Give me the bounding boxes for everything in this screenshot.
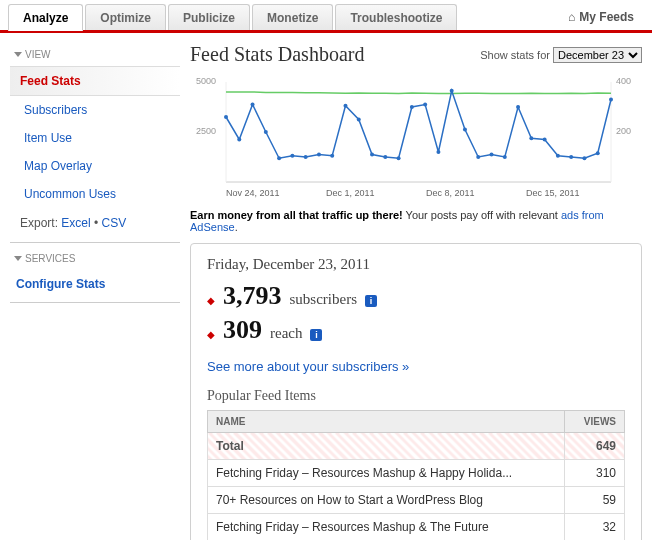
svg-point-24	[503, 155, 507, 159]
date-select[interactable]: December 23	[553, 47, 642, 63]
svg-point-14	[370, 153, 374, 157]
subscribers-count: 3,793	[223, 281, 282, 311]
svg-point-10	[317, 153, 321, 157]
see-more-link[interactable]: See more about your subscribers »	[207, 359, 409, 374]
svg-point-31	[596, 151, 600, 155]
svg-point-32	[609, 98, 613, 102]
svg-point-20	[450, 89, 454, 93]
svg-text:Dec 15, 2011: Dec 15, 2011	[526, 188, 580, 198]
svg-point-25	[516, 105, 520, 109]
svg-point-18	[423, 103, 427, 107]
y-left-5000: 5000	[196, 76, 216, 86]
tab-optimize[interactable]: Optimize	[85, 4, 166, 30]
table-row[interactable]: 70+ Resources on How to Start a WordPres…	[208, 487, 625, 514]
svg-point-13	[357, 118, 361, 122]
section-services[interactable]: SERVICES	[10, 247, 180, 270]
svg-text:Dec 1, 2011: Dec 1, 2011	[326, 188, 375, 198]
reach-label: reach	[270, 325, 302, 342]
svg-point-16	[397, 156, 401, 160]
nav-configure-stats[interactable]: Configure Stats	[10, 270, 180, 298]
svg-point-22	[476, 155, 480, 159]
popular-items-table: NAME VIEWS Total649 Fetching Friday – Re…	[207, 410, 625, 540]
svg-point-27	[543, 138, 547, 142]
earn-promo: Earn money from all that traffic up ther…	[190, 205, 642, 243]
svg-point-19	[436, 150, 440, 154]
tab-troubleshootize[interactable]: Troubleshootize	[335, 4, 457, 30]
tab-analyze[interactable]: Analyze	[8, 4, 83, 31]
svg-point-29	[569, 155, 573, 159]
th-name[interactable]: NAME	[208, 411, 565, 433]
svg-point-28	[556, 154, 560, 158]
reach-count: 309	[223, 315, 262, 345]
stats-panel: Friday, December 23, 2011 ◆ 3,793 subscr…	[190, 243, 642, 540]
svg-point-3	[224, 115, 228, 119]
info-icon[interactable]: i	[365, 295, 377, 307]
subscribers-label: subscribers	[290, 291, 358, 308]
svg-point-17	[410, 105, 414, 109]
svg-text:Nov 24, 2011: Nov 24, 2011	[226, 188, 280, 198]
svg-point-12	[343, 104, 347, 108]
section-view[interactable]: VIEW	[10, 43, 180, 66]
stats-chart: 5000 2500 400 200 Nov 24, 2011 Dec 1, 20…	[190, 72, 642, 202]
svg-point-8	[290, 154, 294, 158]
nav-subscribers[interactable]: Subscribers	[10, 96, 180, 124]
export-csv[interactable]: CSV	[102, 216, 127, 230]
nav-item-use[interactable]: Item Use	[10, 124, 180, 152]
svg-point-21	[463, 128, 467, 132]
export-row: Export: Excel • CSV	[10, 208, 180, 238]
y-right-200: 200	[616, 126, 631, 136]
th-views[interactable]: VIEWS	[565, 411, 625, 433]
table-row[interactable]: Fetching Friday – Resources Mashup & The…	[208, 514, 625, 541]
tab-publicize[interactable]: Publicize	[168, 4, 250, 30]
svg-point-11	[330, 154, 334, 158]
panel-date: Friday, December 23, 2011	[207, 256, 625, 273]
svg-point-9	[304, 155, 308, 159]
svg-point-26	[529, 136, 533, 140]
y-right-400: 400	[616, 76, 631, 86]
svg-point-7	[277, 156, 281, 160]
sidebar: VIEW Feed Stats Subscribers Item Use Map…	[10, 43, 190, 540]
svg-point-15	[383, 155, 387, 159]
svg-point-5	[251, 103, 255, 107]
tab-monetize[interactable]: Monetize	[252, 4, 333, 30]
home-icon: ⌂	[568, 10, 575, 24]
export-excel[interactable]: Excel	[61, 216, 90, 230]
page-title: Feed Stats Dashboard	[190, 43, 364, 66]
nav-uncommon-uses[interactable]: Uncommon Uses	[10, 180, 180, 208]
nav-map-overlay[interactable]: Map Overlay	[10, 152, 180, 180]
svg-point-30	[582, 156, 586, 160]
show-stats-control: Show stats for December 23	[480, 47, 642, 63]
y-left-2500: 2500	[196, 126, 216, 136]
table-row[interactable]: Fetching Friday – Resources Mashup & Hap…	[208, 460, 625, 487]
popular-heading: Popular Feed Items	[207, 388, 625, 404]
table-row-total: Total649	[208, 433, 625, 460]
svg-point-4	[237, 138, 241, 142]
my-feeds-link[interactable]: ⌂ My Feeds	[558, 10, 644, 24]
info-icon[interactable]: i	[310, 329, 322, 341]
bullet-icon: ◆	[207, 329, 215, 340]
svg-point-6	[264, 130, 268, 134]
svg-text:Dec 8, 2011: Dec 8, 2011	[426, 188, 475, 198]
svg-point-23	[490, 153, 494, 157]
bullet-icon: ◆	[207, 295, 215, 306]
nav-feed-stats[interactable]: Feed Stats	[10, 66, 180, 96]
